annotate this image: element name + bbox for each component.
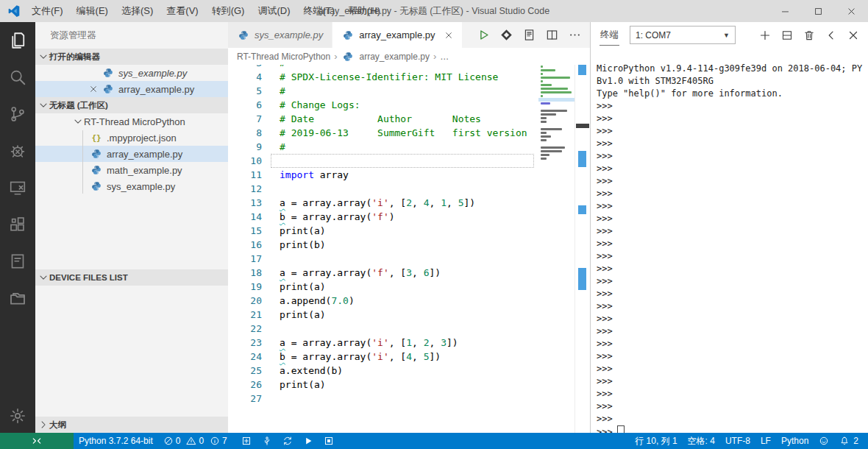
minimap-bar <box>541 88 568 90</box>
sidebar-spacer <box>35 286 228 417</box>
code-line[interactable]: 12 <box>228 182 537 196</box>
code-line[interactable]: 4# SPDX-License-Identifier: MIT License <box>228 70 537 84</box>
code-line[interactable]: 23a = array.array('i', [1, 2, 3]) <box>228 336 537 350</box>
menu-item[interactable]: 调试(D) <box>251 0 296 22</box>
terminal-tab[interactable]: 终端 <box>600 25 619 46</box>
code-editor[interactable]: 3#4# SPDX-License-Identifier: MIT Licens… <box>228 65 590 433</box>
menu-item[interactable]: 选择(S) <box>115 0 160 22</box>
python-interpreter-status[interactable]: Python 3.7.2 64-bit <box>74 433 158 449</box>
file-row[interactable]: {} .mpyproject.json <box>35 130 228 146</box>
editor-scrollbar[interactable] <box>574 65 590 433</box>
activity-extensions-button[interactable] <box>0 206 35 243</box>
close-editor-icon[interactable] <box>85 85 102 93</box>
sync-button[interactable] <box>282 436 293 446</box>
menu-item[interactable]: 转到(G) <box>205 0 252 22</box>
move-panel-button[interactable] <box>825 29 837 41</box>
section-open-editors[interactable]: 打开的编辑器 <box>35 49 228 65</box>
tab-sys-example[interactable]: sys_example.py <box>228 22 332 48</box>
open-file-view-button[interactable] <box>523 29 536 41</box>
open-editor-item[interactable]: array_example.py <box>35 81 228 97</box>
menu-item[interactable]: 查看(V) <box>160 0 204 22</box>
code-line[interactable]: 3# <box>228 65 537 70</box>
code-line[interactable]: 26print(a) <box>228 378 537 392</box>
section-workspace[interactable]: 无标题 (工作区) <box>35 97 228 113</box>
activity-search-button[interactable] <box>0 59 35 96</box>
more-actions-button[interactable] <box>569 29 581 41</box>
breadcrumb-item[interactable]: array_example.py <box>360 52 430 62</box>
folder-row[interactable]: RT-Thread MicroPython <box>35 113 228 130</box>
split-editor-button[interactable] <box>546 29 558 41</box>
menu-item[interactable]: 文件(F) <box>25 0 70 22</box>
code-line[interactable]: 21print(a) <box>228 308 537 322</box>
indentation-status[interactable]: 空格: 4 <box>683 433 720 449</box>
eol-status[interactable]: LF <box>755 433 776 449</box>
minimize-button[interactable] <box>769 0 802 22</box>
code-line[interactable]: 15print(a) <box>228 224 537 238</box>
language-status[interactable]: Python <box>776 433 814 449</box>
open-editor-item[interactable]: sys_example.py <box>35 65 228 81</box>
code-line[interactable]: 11import array <box>228 168 537 182</box>
minimap-bar <box>541 139 547 141</box>
breadcrumb-item[interactable]: RT-Thread MicroPython <box>237 52 330 62</box>
activity-files-button[interactable] <box>0 22 35 59</box>
code-line[interactable]: 8# 2019-06-13 SummerGift first version <box>228 126 537 140</box>
code-line[interactable]: 17 <box>228 252 537 266</box>
section-device-files[interactable]: DEVICE FILES LIST <box>35 269 228 286</box>
python-file-icon <box>237 30 250 40</box>
code-line[interactable]: 18a = array.array('f', [3, 6]) <box>228 266 537 280</box>
close-panel-button[interactable] <box>847 29 859 41</box>
code-line[interactable]: 16print(b) <box>228 238 537 252</box>
remote-status-button[interactable] <box>0 433 74 449</box>
code-line[interactable]: 14b = array.array('f') <box>228 210 537 224</box>
file-row[interactable]: sys_example.py <box>35 178 228 194</box>
code-line[interactable]: 22 <box>228 322 537 336</box>
code-line[interactable]: 13a = array.array('i', [2, 4, 1, 5]) <box>228 196 537 210</box>
breadcrumb-item[interactable]: … <box>440 52 449 62</box>
code-line[interactable]: 19print(a) <box>228 280 537 294</box>
scrollbar-thumb[interactable] <box>576 124 589 128</box>
activity-debug-button[interactable] <box>0 132 35 169</box>
code-line[interactable]: 24b = array.array('i', [4, 5]) <box>228 350 537 364</box>
code-line[interactable]: 25a.extend(b) <box>228 364 537 378</box>
maximize-button[interactable] <box>802 0 835 22</box>
stop-button[interactable] <box>324 436 334 446</box>
encoding-status[interactable]: UTF-8 <box>720 433 755 449</box>
notifications-button[interactable]: 2 <box>834 433 864 449</box>
activity-folder-button[interactable] <box>0 280 35 317</box>
new-terminal-button[interactable] <box>759 29 771 41</box>
code-line[interactable]: 5# <box>228 84 537 98</box>
activity-gear-button[interactable] <box>0 399 35 433</box>
terminal-output[interactable]: MicroPython v1.9.4-114-g309fe39d on 2018… <box>591 48 868 433</box>
feedback-button[interactable] <box>814 433 834 449</box>
code-text: print(a) <box>262 308 326 322</box>
new-project-button[interactable] <box>241 436 252 446</box>
terminal-selector[interactable]: 1: COM7 ▼ <box>630 26 736 44</box>
terminal-prompt-line: >>> <box>597 125 868 138</box>
code-line[interactable]: 20a.append(7.0) <box>228 294 537 308</box>
connect-device-button[interactable] <box>262 436 272 446</box>
section-outline[interactable]: 大纲 <box>35 417 228 433</box>
tab-array-example[interactable]: array_example.py <box>332 22 461 48</box>
code-line[interactable]: 6# Change Logs: <box>228 98 537 112</box>
menu-item[interactable]: 编辑(E) <box>70 0 115 22</box>
code-line[interactable]: 9# <box>228 140 537 154</box>
activity-remote-device-button[interactable] <box>0 169 35 206</box>
code-line[interactable]: 7# Date Author Notes <box>228 112 537 126</box>
problems-status[interactable]: 0 0 7 <box>158 433 236 449</box>
activity-notebook-button[interactable] <box>0 243 35 280</box>
cursor-position-status[interactable]: 行 10, 列 1 <box>630 433 682 449</box>
split-terminal-button[interactable] <box>781 29 793 41</box>
download-file-button[interactable] <box>500 29 513 41</box>
close-tab-icon[interactable] <box>444 31 453 40</box>
code-line[interactable]: 27 <box>228 392 537 406</box>
run-file-button[interactable] <box>477 29 490 41</box>
code-line[interactable]: 10 <box>228 154 537 168</box>
window-controls <box>769 0 868 22</box>
kill-terminal-button[interactable] <box>803 29 815 41</box>
file-row[interactable]: math_example.py <box>35 162 228 178</box>
activity-source-control-button[interactable] <box>0 96 35 132</box>
file-row[interactable]: array_example.py <box>35 146 228 162</box>
run-button[interactable] <box>303 436 313 446</box>
minimap[interactable] <box>538 65 575 164</box>
close-window-button[interactable] <box>835 0 868 22</box>
